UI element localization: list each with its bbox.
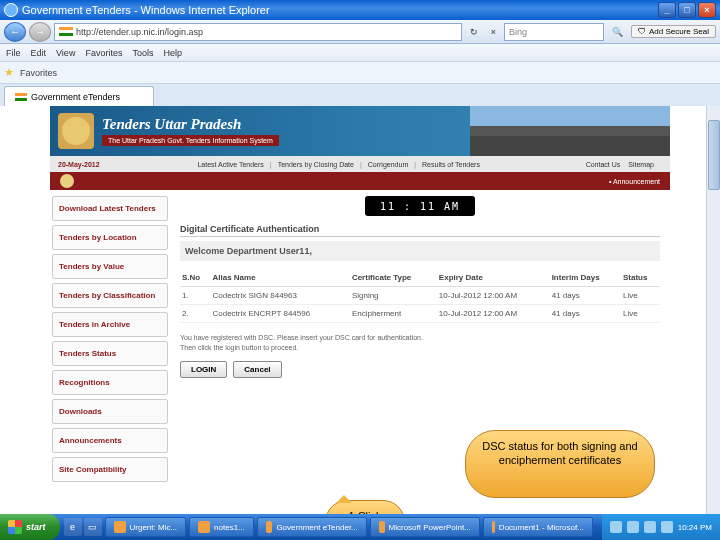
- tray-icon[interactable]: [627, 521, 639, 533]
- tray-icon[interactable]: [610, 521, 622, 533]
- sidebar-item[interactable]: Tenders Status: [52, 341, 168, 366]
- tab-label: Government eTenders: [31, 92, 120, 102]
- taskbar-item[interactable]: Document1 - Microsof...: [483, 517, 593, 537]
- banner-subtitle: The Uttar Pradesh Govt. Tenders Informat…: [102, 135, 279, 146]
- site-flag-icon: [59, 27, 73, 36]
- system-tray: 10:24 PM: [602, 514, 720, 540]
- emblem-icon: [58, 113, 94, 149]
- ql-desktop-icon[interactable]: ▭: [84, 518, 102, 536]
- table-row: 1. Codectrix SIGN 844963 Signing 10-Jul-…: [180, 287, 660, 305]
- menu-bar: File Edit View Favorites Tools Help: [0, 44, 720, 62]
- banner-title: Tenders Uttar Pradesh: [102, 116, 279, 133]
- menu-tools[interactable]: Tools: [132, 48, 153, 58]
- clock-display: 11 : 11 AM: [365, 196, 475, 216]
- tray-volume-icon[interactable]: [661, 521, 673, 533]
- url-text: http://etender.up.nic.in/login.asp: [76, 27, 203, 37]
- tray-clock[interactable]: 10:24 PM: [678, 523, 712, 532]
- sidebar-item[interactable]: Download Latest Tenders: [52, 196, 168, 221]
- sidebar: Download Latest Tenders Tenders by Locat…: [50, 190, 170, 488]
- ticker-text: • Announcement: [609, 178, 660, 185]
- table-row: 2. Codectrix ENCRPT 844596 Encipherment …: [180, 305, 660, 323]
- window-title: Government eTenders - Windows Internet E…: [22, 4, 656, 16]
- close-button[interactable]: ×: [698, 2, 716, 18]
- th-alias: Alias Name: [210, 269, 349, 287]
- stop-button[interactable]: ×: [486, 24, 501, 40]
- browser-tab[interactable]: Government eTenders: [4, 86, 154, 106]
- window-titlebar: Government eTenders - Windows Internet E…: [0, 0, 720, 20]
- forward-button[interactable]: →: [29, 22, 51, 42]
- cancel-button[interactable]: Cancel: [233, 361, 281, 378]
- nav-strip: 20-May-2012 Latest Active Tenders| Tende…: [50, 156, 670, 172]
- taskbar-item[interactable]: Microsoft PowerPoint...: [370, 517, 480, 537]
- search-input[interactable]: Bing: [504, 23, 604, 41]
- th-expiry: Expiry Date: [437, 269, 550, 287]
- sidebar-item[interactable]: Tenders in Archive: [52, 312, 168, 337]
- app-icon: [379, 521, 385, 533]
- login-button[interactable]: LOGIN: [180, 361, 227, 378]
- th-type: Certificate Type: [350, 269, 437, 287]
- nav-date: 20-May-2012: [58, 161, 100, 168]
- scrollbar-vertical[interactable]: [706, 106, 720, 540]
- tray-icon[interactable]: [644, 521, 656, 533]
- callout-dsc-status: DSC status for both signing and encipher…: [465, 430, 655, 498]
- nav-link[interactable]: Corrigendum: [368, 161, 408, 168]
- th-interim: Interim Days: [550, 269, 621, 287]
- favorites-bar: ★ Favorites: [0, 62, 720, 84]
- tab-flag-icon: [15, 93, 27, 101]
- app-icon: [492, 521, 495, 533]
- app-icon: [114, 521, 126, 533]
- quick-launch: e ▭: [64, 518, 102, 536]
- announcement-bar: • Announcement: [50, 172, 670, 190]
- address-bar: ← → http://etender.up.nic.in/login.asp ↻…: [0, 20, 720, 44]
- certificates-table: S.No Alias Name Certificate Type Expiry …: [180, 269, 660, 323]
- favorites-label[interactable]: Favorites: [20, 68, 57, 78]
- security-badge[interactable]: 🛡Add Secure Seal: [631, 25, 716, 38]
- maximize-button[interactable]: □: [678, 2, 696, 18]
- start-button[interactable]: start: [0, 514, 60, 540]
- sidebar-item[interactable]: Tenders by Location: [52, 225, 168, 250]
- sidebar-item[interactable]: Tenders by Classification: [52, 283, 168, 308]
- menu-help[interactable]: Help: [163, 48, 182, 58]
- main-panel: 11 : 11 AM Digital Certificate Authentic…: [170, 190, 670, 488]
- sidebar-item[interactable]: Announcements: [52, 428, 168, 453]
- welcome-text: Welcome Department User11,: [180, 241, 660, 261]
- announce-icon: [60, 174, 74, 188]
- sidebar-item[interactable]: Downloads: [52, 399, 168, 424]
- nav-sitemap[interactable]: Sitemap: [628, 161, 654, 168]
- section-title: Digital Certificate Authentication: [180, 224, 660, 237]
- sidebar-item[interactable]: Tenders by Value: [52, 254, 168, 279]
- scrollbar-thumb[interactable]: [708, 120, 720, 190]
- banner-image: [470, 106, 670, 156]
- nav-link[interactable]: Latest Active Tenders: [197, 161, 263, 168]
- page-content: Tenders Uttar Pradesh The Uttar Pradesh …: [0, 106, 720, 540]
- taskbar-item[interactable]: Urgent: Mic...: [105, 517, 187, 537]
- site-banner: Tenders Uttar Pradesh The Uttar Pradesh …: [50, 106, 670, 156]
- nav-contact[interactable]: Contact Us: [586, 161, 621, 168]
- address-input[interactable]: http://etender.up.nic.in/login.asp: [54, 23, 462, 41]
- ie-icon: [4, 3, 18, 17]
- taskbar: start e ▭ Urgent: Mic... notes1... Gover…: [0, 514, 720, 540]
- menu-view[interactable]: View: [56, 48, 75, 58]
- taskbar-item[interactable]: notes1...: [189, 517, 254, 537]
- menu-edit[interactable]: Edit: [31, 48, 47, 58]
- minimize-button[interactable]: _: [658, 2, 676, 18]
- app-icon: [266, 521, 273, 533]
- notice-text: You have registered with DSC. Please ins…: [180, 333, 660, 353]
- menu-file[interactable]: File: [6, 48, 21, 58]
- sidebar-item[interactable]: Site Compatibility: [52, 457, 168, 482]
- taskbar-item[interactable]: Government eTender...: [257, 517, 367, 537]
- th-status: Status: [621, 269, 660, 287]
- star-icon[interactable]: ★: [4, 66, 14, 79]
- search-button[interactable]: 🔍: [607, 24, 628, 40]
- th-sno: S.No: [180, 269, 210, 287]
- ql-ie-icon[interactable]: e: [64, 518, 82, 536]
- refresh-button[interactable]: ↻: [465, 24, 483, 40]
- back-button[interactable]: ←: [4, 22, 26, 42]
- menu-favorites[interactable]: Favorites: [85, 48, 122, 58]
- windows-logo-icon: [8, 520, 22, 534]
- nav-link[interactable]: Results of Tenders: [422, 161, 480, 168]
- app-icon: [198, 521, 210, 533]
- nav-link[interactable]: Tenders by Closing Date: [278, 161, 354, 168]
- sidebar-item[interactable]: Recognitions: [52, 370, 168, 395]
- tab-bar: Government eTenders: [0, 84, 720, 106]
